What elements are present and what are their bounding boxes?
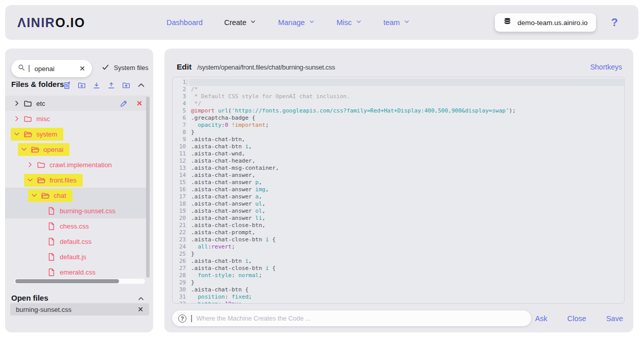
tree-item-chess.css[interactable]: chess.css bbox=[5, 218, 150, 234]
tree-item-label: default.css bbox=[60, 238, 91, 245]
clear-search-icon[interactable]: ✕ bbox=[79, 64, 85, 73]
line-number: 15 bbox=[173, 179, 186, 186]
upload-icon[interactable] bbox=[107, 81, 115, 89]
code-line[interactable]: 16.aista-chat-answer img, bbox=[173, 186, 624, 193]
shortkeys-link[interactable]: Shortkeys bbox=[590, 63, 622, 71]
code-line[interactable]: 18.aista-chat-answer ul, bbox=[173, 200, 624, 208]
horizontal-scrollbar-thumb[interactable] bbox=[15, 279, 119, 283]
code-line[interactable]: 4 */ bbox=[173, 100, 624, 107]
tree-item-default.css[interactable]: default.css bbox=[5, 234, 150, 249]
rename-icon[interactable] bbox=[120, 100, 128, 107]
navbar: ΛINIRO.IO DashboardCreateManageMiscteam … bbox=[5, 5, 638, 40]
code-line[interactable]: 29} bbox=[173, 279, 624, 286]
code-line[interactable]: 31 position: fixed; bbox=[173, 293, 624, 301]
code-token bbox=[214, 107, 218, 114]
new-file-icon[interactable] bbox=[63, 81, 71, 89]
code-token: i bbox=[245, 258, 249, 264]
code-text: .aista-chat-answer li, bbox=[186, 215, 624, 222]
ask-button[interactable]: Ask bbox=[535, 314, 547, 323]
nav-item-create[interactable]: Create bbox=[224, 18, 257, 27]
system-files-checkbox[interactable]: System files bbox=[102, 63, 148, 73]
code-line[interactable]: 24 all:revert; bbox=[173, 243, 624, 251]
code-line[interactable]: 23.aista-chat-close-btn i { bbox=[173, 236, 624, 243]
code-text: opacity:0 !important; bbox=[186, 122, 624, 129]
folder-open-icon bbox=[23, 130, 32, 139]
line-number: 30 bbox=[173, 286, 186, 293]
tree-item-chat[interactable]: chat bbox=[5, 188, 150, 203]
code-text bbox=[186, 79, 624, 86]
nav-item-misc[interactable]: Misc bbox=[337, 18, 362, 27]
code-line[interactable]: 10.aista-chat-btn i, bbox=[173, 143, 624, 150]
code-line[interactable]: 30.aista-chat-btn { bbox=[173, 286, 624, 293]
server-selector-button[interactable]: demo-team.us.ainiro.io bbox=[495, 13, 595, 32]
tree-item-default.js[interactable]: default.js bbox=[5, 249, 150, 264]
nav-item-team[interactable]: team bbox=[384, 18, 410, 27]
code-line[interactable]: 3 * Default CSS style for OpenAI chat in… bbox=[173, 93, 624, 100]
code-text: * Default CSS style for OpenAI chat incl… bbox=[186, 93, 624, 100]
code-editor[interactable]: 12/*3 * Default CSS style for OpenAI cha… bbox=[172, 77, 625, 304]
close-button[interactable]: Close bbox=[567, 314, 586, 323]
tree-item-etc[interactable]: etc✕ bbox=[5, 96, 150, 111]
code-line[interactable]: 2/* bbox=[173, 86, 624, 93]
new-folder-icon[interactable] bbox=[78, 81, 86, 89]
close-file-icon[interactable]: ✕ bbox=[137, 306, 144, 313]
code-line[interactable]: 25} bbox=[173, 251, 624, 258]
code-line[interactable]: 1 bbox=[173, 79, 624, 86]
folder-icon bbox=[23, 99, 32, 108]
code-token: .aista-chat-close-btn bbox=[191, 236, 266, 243]
open-file-burning-sunset.css[interactable]: burning-sunset.css✕ bbox=[10, 303, 149, 315]
code-line[interactable]: 17.aista-chat-answer a, bbox=[173, 193, 624, 200]
database-icon bbox=[503, 17, 512, 28]
file-path: /system/openai/front.files/chat/burning-… bbox=[197, 63, 335, 71]
code-line[interactable]: 20.aista-chat-answer li, bbox=[173, 215, 624, 222]
code-text: .aista-chat-msg-container, bbox=[186, 165, 624, 172]
ainiro-logo[interactable]: ΛINIRO.IO bbox=[17, 15, 85, 30]
folder-open-icon bbox=[41, 191, 50, 200]
code-line[interactable]: 13.aista-chat-msg-container, bbox=[173, 165, 624, 172]
search-input[interactable]: openai ✕ bbox=[11, 60, 92, 77]
delete-icon[interactable]: ✕ bbox=[136, 100, 142, 107]
code-line[interactable]: 9.aista-chat-btn, bbox=[173, 136, 624, 143]
code-line[interactable]: 28 font-style: normal; bbox=[173, 272, 624, 279]
upload-folder-icon[interactable] bbox=[122, 81, 130, 89]
tree-item-emerald.css[interactable]: emerald.css bbox=[5, 264, 150, 280]
nav-item-label: Manage bbox=[278, 18, 304, 27]
download-icon[interactable] bbox=[92, 81, 101, 89]
code-line[interactable]: 6.grecaptcha-badge { bbox=[173, 115, 624, 122]
code-line[interactable]: 22.aista-chat-prompt, bbox=[173, 229, 624, 236]
tree-item-burning-sunset.css[interactable]: burning-sunset.css bbox=[5, 203, 150, 218]
code-line[interactable]: 14.aista-chat-answer, bbox=[173, 172, 624, 179]
code-line[interactable]: 27.aista-chat-close-btn i { bbox=[173, 265, 624, 272]
code-line[interactable]: 15.aista-chat-answer p, bbox=[173, 179, 624, 186]
code-line[interactable]: 26.aista-chat-btn i, bbox=[173, 258, 624, 265]
code-line[interactable]: 32 bottom: 10px; bbox=[173, 301, 624, 304]
code-token: .aista-chat-answer bbox=[191, 193, 255, 200]
line-number: 17 bbox=[173, 193, 186, 200]
machine-prompt-input[interactable]: ? Where the Machine Creates the Code ... bbox=[172, 310, 531, 326]
code-line[interactable]: 7 opacity:0 !important; bbox=[173, 122, 624, 129]
save-button[interactable]: Save bbox=[606, 314, 623, 323]
collapse-open-files-icon[interactable] bbox=[137, 295, 145, 302]
code-line[interactable]: 8} bbox=[173, 129, 624, 136]
code-text: font-style: normal; bbox=[186, 272, 624, 279]
tree-item-openai[interactable]: openai bbox=[5, 142, 150, 157]
tree-item-crawl.implementation[interactable]: crawl.implementation bbox=[5, 157, 150, 172]
collapse-icon[interactable] bbox=[137, 81, 146, 89]
tree-item-front.files[interactable]: front.files bbox=[5, 172, 150, 188]
code-line[interactable]: 12.aista-chat-header, bbox=[173, 157, 624, 165]
chevron-open-icon bbox=[20, 146, 28, 153]
code-text: } bbox=[186, 129, 624, 136]
nav-item-dashboard[interactable]: Dashboard bbox=[166, 18, 203, 27]
code-token: , bbox=[262, 215, 266, 221]
tree-item-system[interactable]: system bbox=[5, 126, 150, 142]
code-line[interactable]: 21.aista-chat-close-btn, bbox=[173, 222, 624, 229]
code-token: , bbox=[258, 193, 262, 200]
tree-item-misc[interactable]: misc bbox=[5, 111, 150, 126]
help-icon[interactable]: ? bbox=[611, 16, 618, 29]
nav-item-manage[interactable]: Manage bbox=[278, 18, 315, 27]
vertical-scrollbar-thumb[interactable] bbox=[146, 97, 150, 278]
file-sidebar: openai ✕ System files Files & folders et… bbox=[5, 49, 153, 332]
code-line[interactable]: 5@import url('https://fonts.googleapis.c… bbox=[173, 107, 624, 115]
code-line[interactable]: 11.aista-chat-wnd, bbox=[173, 150, 624, 157]
code-line[interactable]: 19.aista-chat-answer ol, bbox=[173, 208, 624, 215]
